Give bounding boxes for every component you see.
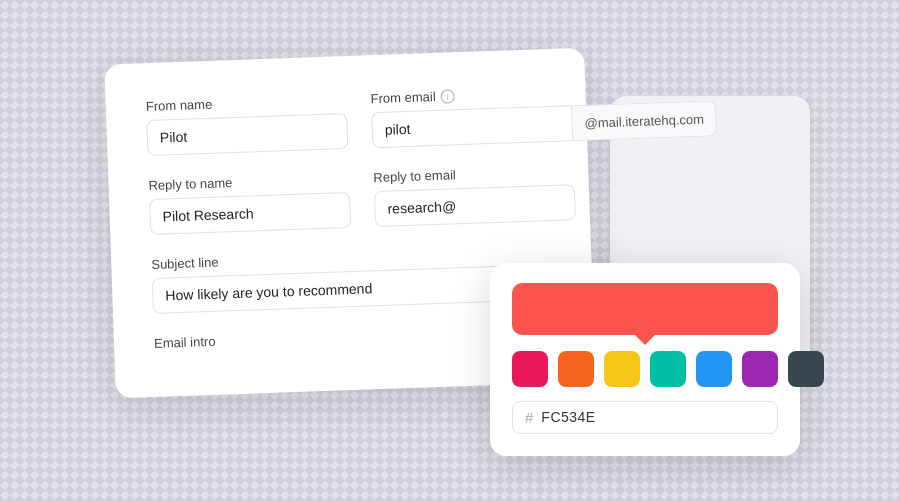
from-name-input[interactable] <box>146 113 348 156</box>
color-hex-row: # FC534E <box>512 401 778 434</box>
swatch-pink[interactable] <box>512 351 548 387</box>
swatch-yellow[interactable] <box>604 351 640 387</box>
swatch-teal[interactable] <box>650 351 686 387</box>
reply-to-email-input[interactable] <box>374 184 576 227</box>
color-picker-card: # FC534E <box>490 263 800 456</box>
from-name-group: From name <box>146 92 349 156</box>
reply-to-email-group: Reply to email <box>373 163 576 227</box>
from-email-domain: @mail.iteratehq.com <box>572 100 718 141</box>
reply-to-email-label: Reply to email <box>373 163 574 185</box>
reply-to-name-label: Reply to name <box>148 170 349 192</box>
reply-to-name-group: Reply to name <box>148 170 351 234</box>
hex-value[interactable]: FC534E <box>541 409 595 425</box>
color-swatches <box>512 351 778 387</box>
reply-to-name-input[interactable] <box>149 191 351 234</box>
swatch-orange[interactable] <box>558 351 594 387</box>
info-icon: i <box>440 88 454 102</box>
row-reply: Reply to name Reply to email <box>148 164 550 235</box>
swatch-purple[interactable] <box>742 351 778 387</box>
scene: From name From email i @mail.iteratehq.c… <box>90 36 810 466</box>
swatch-dark-gray[interactable] <box>788 351 824 387</box>
from-email-input[interactable] <box>371 105 573 148</box>
from-email-group: From email i @mail.iteratehq.com <box>370 79 717 148</box>
row-from: From name From email i @mail.iteratehq.c… <box>146 85 548 156</box>
color-preview-bar[interactable] <box>512 283 778 335</box>
swatch-blue[interactable] <box>696 351 732 387</box>
hash-symbol: # <box>525 409 533 426</box>
from-name-label: From name <box>146 92 347 114</box>
color-preview-notch <box>635 335 655 345</box>
